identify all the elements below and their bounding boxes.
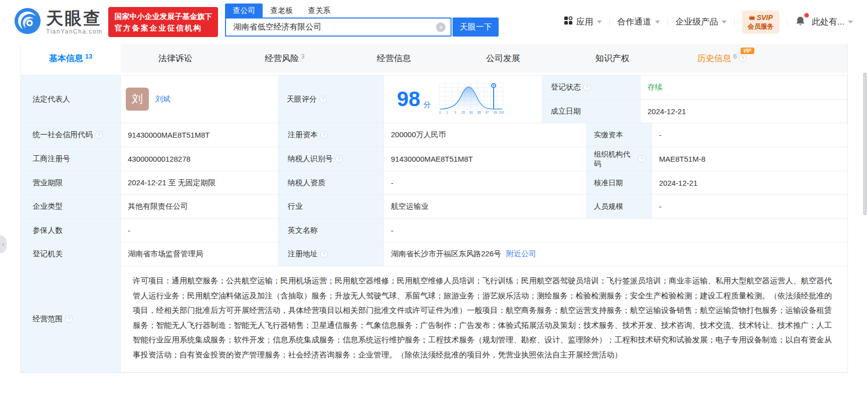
field-value-establish-date: 2024-12-21 — [640, 100, 847, 123]
score-number: 98 — [397, 89, 420, 110]
tab-intellectual-property-label: 知识产权 — [595, 53, 629, 64]
tab-operating-risk[interactable]: 经营风险 3 — [230, 44, 339, 73]
tab-legal-proceedings[interactable]: 法律诉讼 — [121, 44, 230, 73]
business-term-label: 营业期限 — [33, 178, 63, 188]
chevron-down-icon — [655, 21, 660, 24]
chevron-down-icon — [722, 21, 727, 24]
field-label-reg-address: 注册地址 ? — [279, 242, 384, 266]
help-icon[interactable]: ? — [335, 155, 343, 163]
legal-rep-avatar[interactable]: 刘 — [126, 88, 149, 111]
tab-legal-proceedings-label: 法律诉讼 — [158, 53, 192, 64]
svg-text:3: 3 — [454, 111, 456, 114]
reg-status-value: 存续 — [647, 83, 663, 92]
apps-grid-icon — [564, 16, 573, 28]
certification-badge: 国家中小企业发展子基金旗下 官方备案企业征信机构 — [108, 7, 218, 38]
svg-text:85: 85 — [477, 111, 481, 114]
section-tabs: 基本信息 13 法律诉讼 经营风险 3 经营信息 公司发展 知识产权 VIP 历… — [21, 44, 847, 73]
help-icon[interactable]: ? — [95, 131, 103, 139]
nav-apps[interactable]: 应用 — [564, 16, 602, 28]
vertical-scrollbar[interactable] — [863, 73, 867, 215]
side-panel-toggle[interactable]: ‹ — [0, 235, 7, 253]
field-value-industry: 航空运输业 — [384, 195, 587, 219]
tab-basic-info-count: 13 — [85, 53, 92, 60]
search-button[interactable]: 天眼一下 — [453, 18, 499, 37]
tab-business-info[interactable]: 经营信息 — [339, 44, 449, 73]
insured-count-label: 参保人数 — [33, 226, 63, 235]
company-profile-card: 基本信息 13 法律诉讼 经营风险 3 经营信息 公司发展 知识产权 VIP 历… — [20, 44, 848, 373]
svg-text:15: 15 — [461, 111, 465, 114]
company-type-label: 企业类型 — [33, 202, 63, 211]
taxpayer-id-label: 纳税人识别号 — [288, 154, 333, 164]
reg-number-value: 430000000128278 — [128, 155, 190, 163]
member-service-label: 会员服务 — [748, 23, 774, 31]
search-tab-boss[interactable]: 查老板 — [263, 4, 300, 18]
field-label-insured-count: 参保人数 — [21, 219, 121, 242]
svg-text:100: 100 — [499, 111, 504, 114]
field-label-english-name: 英文名称 — [279, 219, 384, 242]
tab-basic-info[interactable]: 基本信息 13 — [21, 44, 121, 73]
search-tab-relation[interactable]: 查关系 — [300, 4, 338, 18]
field-label-legal-rep: 法定代表人 — [21, 76, 121, 123]
search-input[interactable]: 湖南省低空经济有限公司 × — [225, 18, 452, 37]
org-code-value: MAE8T51M-8 — [659, 155, 706, 163]
staff-size-label: 人员规模 — [594, 202, 623, 211]
taxpayer-quality-value: - — [391, 179, 393, 187]
reg-authority-value: 湖南省市场监督管理局 — [128, 249, 203, 259]
approval-date-value: 2024-12-21 — [659, 179, 698, 187]
certification-line1: 国家中小企业发展子基金旗下 — [114, 11, 212, 22]
field-value-reg-address: 湖南省长沙市开福区东风路226号 附近公司 — [384, 242, 847, 266]
tab-company-development[interactable]: 公司发展 — [449, 44, 558, 73]
nav-partner-label: 合作通道 — [617, 16, 652, 28]
help-icon[interactable]: ? — [739, 55, 746, 62]
tab-history-info-label: 历史信息 — [697, 53, 731, 64]
tab-history-info[interactable]: VIP 历史信息 6 ? — [667, 44, 776, 73]
legal-rep-label: 法定代表人 — [33, 95, 70, 104]
reg-status-label: 登记状态 — [551, 83, 581, 92]
field-label-reg-capital: 注册资本 ? — [279, 123, 384, 147]
industry-label: 行业 — [288, 202, 303, 211]
staff-size-value: - — [659, 202, 662, 211]
search-tab-company[interactable]: 查公司 — [225, 4, 263, 18]
crown-icon — [749, 13, 755, 22]
help-icon[interactable]: ? — [320, 250, 328, 258]
divider — [787, 18, 787, 26]
divider — [734, 18, 735, 26]
field-value-staff-size: - — [652, 195, 847, 219]
nav-apps-label: 应用 — [576, 16, 593, 28]
search-block: 查公司 查老板 查关系 湖南省低空经济有限公司 × 天眼一下 — [225, 0, 499, 37]
tianyancha-logo[interactable]: 天眼查 TianYanCha.com — [14, 8, 102, 37]
notification-dot — [804, 13, 809, 18]
help-icon[interactable]: ? — [638, 155, 645, 163]
field-value-tyc-score[interactable]: 98 分 — [384, 76, 542, 123]
business-scope-label: 经营范围 — [33, 314, 63, 324]
field-label-credit-code: 统一社会信用代码 ? — [21, 123, 121, 147]
business-term-value: 2024-12-21 至 无固定期限 — [128, 178, 215, 188]
tab-operating-risk-count: 3 — [301, 53, 304, 60]
field-value-company-type: 其他有限责任公司 — [121, 195, 279, 219]
help-icon[interactable]: ? — [319, 96, 327, 103]
business-scope-text: 许可项目：通用航空服务；公共航空运输；民用机场运营；民用航空器维修；民用航空维修… — [133, 276, 832, 359]
legal-rep-name-link[interactable]: 刘斌 — [155, 95, 170, 104]
nearby-companies-link[interactable]: 附近公司 — [506, 249, 536, 259]
clear-icon[interactable]: × — [436, 23, 446, 32]
field-label-org-code: 组织机构代码 ? — [587, 147, 652, 171]
nav-enterprise-products[interactable]: 企业级产品 — [676, 16, 727, 28]
field-label-establish-date: 成立日期 — [542, 100, 640, 123]
field-label-industry: 行业 — [279, 195, 384, 219]
nav-partner-channel[interactable]: 合作通道 — [617, 16, 660, 28]
svip-member-badge[interactable]: SVIP 会员服务 — [742, 11, 779, 33]
tab-intellectual-property[interactable]: 知识产权 — [558, 44, 667, 73]
reg-authority-label: 登记机关 — [33, 249, 63, 259]
english-name-label: 英文名称 — [288, 226, 318, 235]
help-icon[interactable]: ? — [65, 315, 73, 323]
logo-domain: TianYanCha.com — [46, 29, 102, 35]
tianyancha-eye-icon — [14, 8, 41, 37]
taxpayer-id-value: 91430000MAE8T51M8T — [391, 155, 473, 163]
field-label-taxpayer-id: 纳税人识别号 ? — [279, 147, 384, 171]
account-menu[interactable]: 此处有... — [812, 16, 853, 28]
notification-bell[interactable] — [795, 16, 806, 29]
tab-history-info-count: 6 — [733, 53, 737, 60]
paid-capital-label: 实缴资本 — [594, 130, 623, 140]
help-icon[interactable]: ? — [583, 84, 591, 91]
help-icon[interactable]: ? — [320, 131, 328, 139]
